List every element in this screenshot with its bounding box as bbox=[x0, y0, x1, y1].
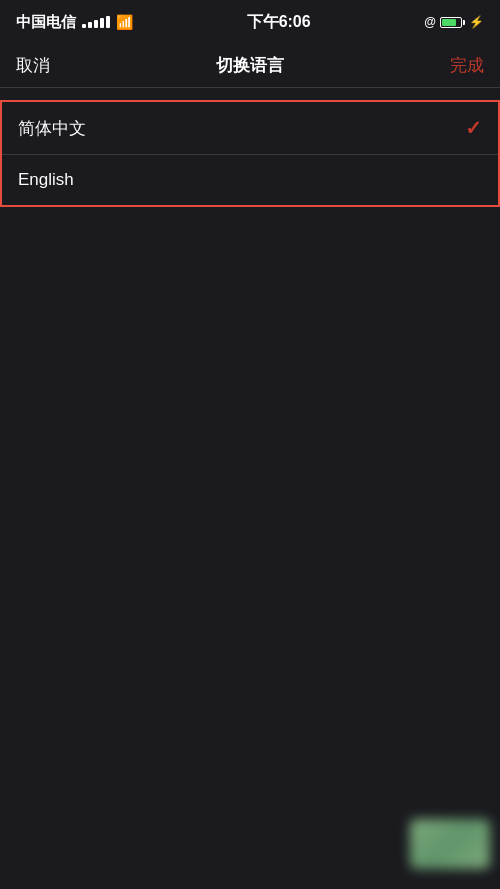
list-item[interactable]: 简体中文 ✓ bbox=[2, 102, 498, 155]
page-title: 切换语言 bbox=[216, 54, 284, 77]
content-area: 简体中文 ✓ English bbox=[0, 88, 500, 219]
time-label: 下午6:06 bbox=[247, 12, 311, 33]
signal-icon bbox=[82, 16, 110, 28]
charging-icon: ⚡ bbox=[469, 15, 484, 29]
language-label-english: English bbox=[18, 170, 74, 190]
language-list: 简体中文 ✓ English bbox=[0, 100, 500, 207]
wifi-icon: 📶 bbox=[116, 14, 133, 30]
carrier-label: 中国电信 bbox=[16, 13, 76, 32]
battery-icon bbox=[440, 17, 465, 28]
language-label-chinese: 简体中文 bbox=[18, 117, 86, 140]
nav-bar: 取消 切换语言 完成 bbox=[0, 44, 500, 88]
checkmark-icon: ✓ bbox=[465, 116, 482, 140]
at-icon: @ bbox=[424, 15, 436, 29]
status-right: @ ⚡ bbox=[424, 15, 484, 29]
list-item[interactable]: English bbox=[2, 155, 498, 205]
status-bar: 中国电信 📶 下午6:06 @ ⚡ bbox=[0, 0, 500, 44]
done-button[interactable]: 完成 bbox=[450, 54, 484, 77]
cancel-button[interactable]: 取消 bbox=[16, 54, 50, 77]
watermark bbox=[410, 819, 490, 869]
status-left: 中国电信 📶 bbox=[16, 13, 133, 32]
